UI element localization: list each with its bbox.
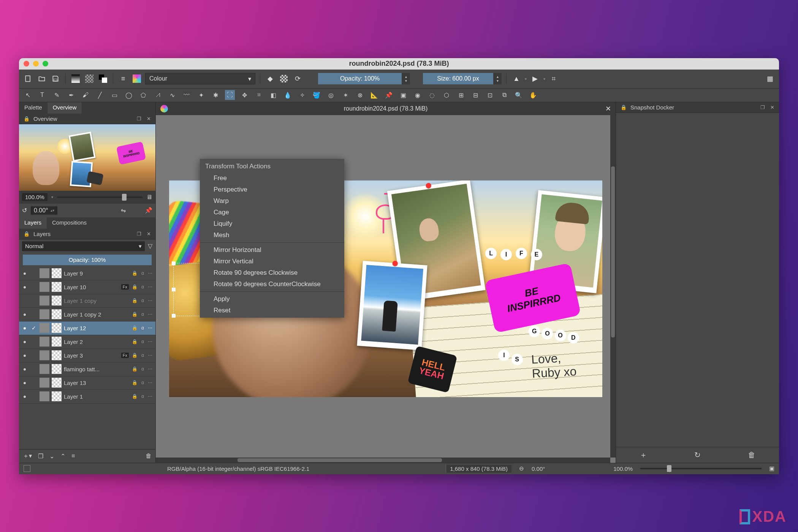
status-angle[interactable]: 0.00° xyxy=(532,466,545,472)
visibility-toggle-icon[interactable]: ● xyxy=(21,339,28,345)
reset-rotation-icon[interactable]: ⊖ xyxy=(519,465,524,472)
mirror-view-icon[interactable]: ⇋ xyxy=(121,207,126,214)
close-window-button[interactable] xyxy=(24,61,29,66)
lock-icon[interactable]: 🔒 xyxy=(131,366,138,372)
assistant-tool-icon[interactable]: ◎ xyxy=(326,90,336,100)
status-zoom[interactable]: 100.0% xyxy=(613,466,633,472)
float-panel-icon[interactable]: ❐ xyxy=(759,104,766,110)
ellipse-select-icon[interactable]: ◉ xyxy=(413,90,423,100)
alpha-icon[interactable]: α xyxy=(141,339,145,344)
layer-name[interactable]: Layer 13 xyxy=(64,380,129,386)
layer-menu-icon[interactable]: ⋯ xyxy=(147,394,153,399)
vertical-scrollbar[interactable] xyxy=(610,115,616,458)
layer-name[interactable]: flamingo tatt... xyxy=(64,366,129,372)
size-stepper[interactable]: ▴▾ xyxy=(493,73,502,84)
alpha-icon[interactable]: α xyxy=(141,298,145,303)
close-panel-icon[interactable]: ✕ xyxy=(769,104,776,110)
lock-icon[interactable]: 🔒 xyxy=(131,353,138,358)
close-panel-icon[interactable]: ✕ xyxy=(145,231,152,237)
delete-snapshot-button[interactable]: 🗑 xyxy=(748,451,755,459)
context-menu-item[interactable]: Cage xyxy=(200,207,344,218)
context-menu-item[interactable]: Rotate 90 degrees CounterClockwise xyxy=(200,279,344,290)
lock-icon[interactable]: 🔒 xyxy=(131,394,138,399)
context-menu-item[interactable]: Liquify xyxy=(200,218,344,230)
crop-tool-icon[interactable]: ⌗ xyxy=(254,90,264,100)
alpha-icon[interactable]: α xyxy=(141,271,145,276)
workspace-chooser-icon[interactable]: ▦ xyxy=(765,73,775,84)
minimize-window-button[interactable] xyxy=(33,61,39,66)
tab-compositions[interactable]: Compositions xyxy=(47,217,92,229)
magnetic-select-icon[interactable]: ⧉ xyxy=(499,90,509,100)
layer-menu-icon[interactable]: ⋯ xyxy=(147,339,153,344)
move-layer-tool-icon[interactable]: ✥ xyxy=(239,90,249,100)
layer-row[interactable]: ●Layer 1 copy 2🔒α⋯ xyxy=(19,308,155,321)
layer-name[interactable]: Layer 3 xyxy=(64,352,119,359)
save-file-icon[interactable] xyxy=(50,73,61,84)
move-layer-up-button[interactable]: ⌃ xyxy=(60,453,65,460)
add-snapshot-button[interactable]: ＋ xyxy=(640,450,647,460)
move-tool-icon[interactable]: ↖ xyxy=(23,90,33,100)
lock-icon[interactable]: 🔒 xyxy=(131,312,138,317)
rect-select-icon[interactable]: ▣ xyxy=(398,90,408,100)
brush-options-icon[interactable]: ≡ xyxy=(118,73,128,84)
layer-menu-icon[interactable]: ⋯ xyxy=(147,366,153,372)
colour-swatch-icon[interactable] xyxy=(131,73,142,84)
transform-tool-icon[interactable]: ⛶ xyxy=(225,90,235,100)
document-tab[interactable]: roundrobin2024.psd (78.3 MiB) ✕ xyxy=(156,102,616,115)
smart-patch-icon[interactable]: ✧ xyxy=(297,90,307,100)
horizontal-scrollbar[interactable] xyxy=(156,458,610,463)
tab-overview[interactable]: Overview xyxy=(48,102,82,114)
polyline-tool-icon[interactable]: ⩘ xyxy=(153,90,163,100)
mirror-h-icon[interactable]: ▲ xyxy=(511,73,522,84)
duplicate-layer-button[interactable]: ❐ xyxy=(38,453,43,460)
lock-icon[interactable]: 🔒 xyxy=(131,325,138,331)
fit-page-icon[interactable]: ▣ xyxy=(769,465,774,472)
lock-icon[interactable]: 🔒 xyxy=(131,380,138,385)
open-file-icon[interactable] xyxy=(36,73,47,84)
tab-palette[interactable]: Palette xyxy=(19,102,48,114)
visibility-toggle-icon[interactable]: ● xyxy=(21,352,28,358)
calligraphy-tool-icon[interactable]: ✒ xyxy=(66,90,76,100)
layer-row[interactable]: ●Layer 13🔒α⋯ xyxy=(19,376,155,390)
pin-overview-icon[interactable]: 📌 xyxy=(145,207,152,214)
gradient-preset-icon[interactable] xyxy=(70,73,81,84)
reference-tool-icon[interactable]: ⊗ xyxy=(355,90,365,100)
context-menu-item[interactable]: Mesh xyxy=(200,230,344,241)
layer-row[interactable]: ●Layer 2🔒α⋯ xyxy=(19,335,155,349)
ellipse-tool-icon[interactable]: ◯ xyxy=(124,90,134,100)
contig-select-icon[interactable]: ⊞ xyxy=(456,90,466,100)
size-slider[interactable]: Size: 600.00 px ▴▾ xyxy=(423,73,502,84)
lock-icon[interactable]: 🔒 xyxy=(131,339,138,344)
layer-menu-icon[interactable]: ⋯ xyxy=(147,353,153,358)
fill-tool-icon[interactable]: 🪣 xyxy=(312,90,321,100)
context-menu-item[interactable]: Mirror Vertical xyxy=(200,256,344,267)
add-layer-button[interactable]: ＋▾ xyxy=(23,452,32,460)
alpha-icon[interactable]: α xyxy=(141,380,145,385)
alpha-icon[interactable]: α xyxy=(141,312,145,317)
layer-properties-button[interactable]: ≡ xyxy=(71,453,75,459)
zoom-slider[interactable] xyxy=(57,196,142,198)
layer-row[interactable]: ●Layer 10Fx🔒α⋯ xyxy=(19,280,155,294)
eraser-toggle-icon[interactable]: ◆ xyxy=(265,73,276,84)
pin-tool-icon[interactable]: 📌 xyxy=(384,90,394,100)
status-zoom-slider[interactable] xyxy=(640,468,762,469)
layer-name[interactable]: Layer 1 copy xyxy=(64,298,129,304)
blend-mode-combo[interactable]: Normal▾ xyxy=(22,241,145,251)
filter-layers-icon[interactable]: ▽ xyxy=(148,242,152,250)
new-file-icon[interactable] xyxy=(23,73,33,84)
maximize-window-button[interactable] xyxy=(43,61,48,66)
lock-icon[interactable]: 🔒 xyxy=(131,271,138,276)
bezier-tool-icon[interactable]: ∿ xyxy=(167,90,177,100)
layer-row[interactable]: Layer 1 copy🔒α⋯ xyxy=(19,294,155,308)
context-menu-item[interactable]: Mirror Horizontal xyxy=(200,244,344,256)
context-menu-item[interactable]: Perspective xyxy=(200,184,344,195)
display-icon[interactable]: 🖥 xyxy=(146,194,152,201)
mirror-v-icon[interactable]: ▶ xyxy=(530,73,540,84)
visibility-toggle-icon[interactable]: ● xyxy=(21,325,28,331)
polygon-tool-icon[interactable]: ⬠ xyxy=(138,90,148,100)
wrap-icon[interactable]: ⌗ xyxy=(548,73,559,84)
alpha-icon[interactable]: α xyxy=(141,366,145,372)
layer-name[interactable]: Layer 2 xyxy=(64,339,129,345)
selection-indicator-icon[interactable] xyxy=(24,465,30,472)
visibility-toggle-icon[interactable]: ● xyxy=(21,311,28,317)
